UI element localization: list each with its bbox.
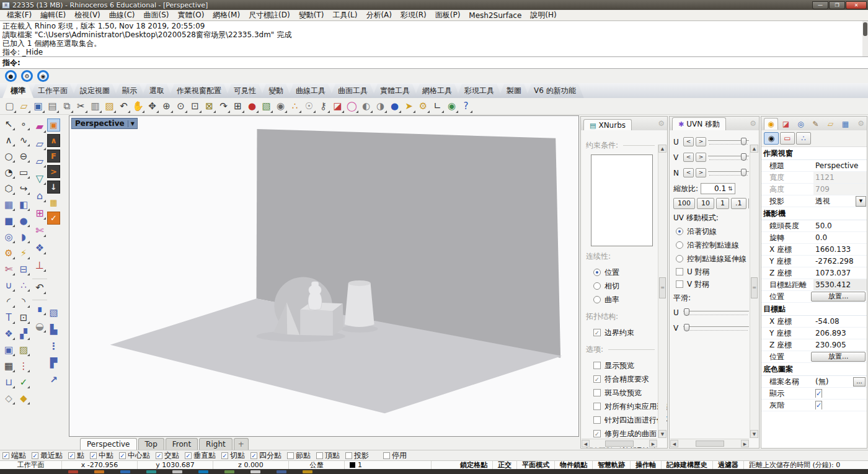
zoom-dynamic-icon[interactable]: ⊙: [174, 99, 188, 114]
camera-x-value[interactable]: 1660.133: [813, 245, 867, 254]
single-point-icon[interactable]: ∘: [16, 116, 31, 132]
scale-preset-button[interactable]: .1: [731, 198, 746, 209]
axis-slider[interactable]: [708, 138, 749, 146]
offset-icon[interactable]: ⊔: [1, 374, 16, 390]
bucket-icon[interactable]: ▽: [32, 169, 47, 187]
axis-slider[interactable]: [708, 169, 749, 177]
taskbar-app-icon[interactable]: [277, 470, 286, 473]
render-plugin-icon-2[interactable]: ⚙: [21, 70, 33, 82]
tab-render-tools[interactable]: 彩現工具: [456, 84, 502, 98]
scale-arrow-icon[interactable]: ↗: [47, 373, 60, 386]
taskbar-app-icon[interactable]: [198, 470, 208, 473]
point-group-icon[interactable]: ∴: [288, 99, 302, 114]
wallpaper-button[interactable]: ▭: [780, 132, 795, 145]
wallpaper-filename-value[interactable]: (無): [813, 377, 853, 387]
xnurbs-shield-icon[interactable]: ▣: [47, 118, 60, 132]
rendered-view-icon[interactable]: ●: [388, 99, 402, 114]
continuity-radio[interactable]: 位置: [586, 266, 655, 279]
uv-mode-radio[interactable]: 控制點連線延伸線: [673, 252, 749, 266]
osnap-checkbox[interactable]: 中心點: [119, 450, 150, 461]
revolve-icon[interactable]: ◗: [16, 229, 31, 245]
gear-icon[interactable]: ⚙: [857, 119, 864, 128]
hull-icon[interactable]: ◇: [1, 390, 16, 406]
osnap-checkbox[interactable]: 投影: [345, 450, 369, 461]
uvn-horizontal-scrollbar[interactable]: ◀▶: [670, 439, 749, 447]
menu-item[interactable]: 檔案(F): [2, 10, 36, 20]
chamfer-icon[interactable]: ◝: [16, 293, 31, 310]
edit-points-icon[interactable]: ⊡: [16, 310, 31, 326]
menu-item[interactable]: 分析(A): [361, 10, 396, 20]
layer-pane[interactable]: 1: [345, 461, 432, 469]
palette-checker-icon[interactable]: ▦: [47, 196, 60, 209]
grayscale-checkbox[interactable]: [815, 401, 822, 409]
viewport-tab-perspective[interactable]: Perspective: [80, 438, 137, 450]
copy-icon[interactable]: ▥: [88, 99, 102, 114]
arc-icon[interactable]: ◔: [1, 164, 16, 181]
zoom-selected-icon[interactable]: ⊠: [202, 99, 216, 114]
menu-item[interactable]: 工具(L): [328, 10, 361, 20]
point-cloud-icon[interactable]: ∴: [16, 277, 31, 293]
camera-button[interactable]: ◉: [764, 132, 779, 145]
scale-preset-button[interactable]: 10: [697, 198, 714, 209]
menu-item[interactable]: 曲線(C): [105, 10, 140, 20]
rotate-view-icon[interactable]: ✥: [145, 99, 159, 114]
osnap-checkbox[interactable]: 最近點: [32, 450, 63, 461]
rectangle-icon[interactable]: ▭: [16, 164, 31, 181]
projection-dropdown-button[interactable]: ▼: [856, 196, 866, 207]
xnurbs-panel-tab[interactable]: ▤ XNurbs: [583, 119, 632, 130]
target-y-value[interactable]: 206.893: [813, 329, 867, 338]
render-plugin-icon-1[interactable]: ●: [5, 70, 17, 82]
tab-select[interactable]: 選取: [141, 84, 172, 98]
rotation-value[interactable]: 0.0: [813, 233, 867, 242]
osnap-checkbox[interactable]: 交點: [156, 450, 179, 461]
tab-standard[interactable]: 標準: [2, 84, 33, 98]
gumball-toggle[interactable]: 操作軸: [631, 461, 662, 469]
perspective-viewport[interactable]: Perspective ▼: [69, 115, 579, 437]
option-checkbox[interactable]: 对所有约束应用连续性: [586, 400, 655, 413]
target-z-value[interactable]: 230.905: [813, 341, 867, 349]
camera-z-value[interactable]: 1073.037: [813, 269, 867, 277]
trim-icon[interactable]: ✄: [1, 261, 16, 277]
tab-curve-tools[interactable]: 曲線工具: [288, 84, 334, 98]
tab-mesh-tools[interactable]: 網格工具: [414, 84, 460, 98]
tab-cplane[interactable]: 工作平面: [30, 84, 76, 98]
menu-item[interactable]: Mesh2Surface: [464, 11, 526, 20]
array-icon[interactable]: ▦: [1, 358, 16, 374]
axis-slider[interactable]: [708, 153, 749, 162]
split-icon[interactable]: ⊟: [16, 261, 31, 277]
option-checkbox[interactable]: 针对四边面进行优化: [586, 413, 655, 427]
tab-visibility[interactable]: 可見性: [226, 84, 264, 98]
step-right-button[interactable]: >: [696, 137, 706, 146]
cplane-pane[interactable]: 工作平面: [0, 461, 62, 469]
select-cursor-icon[interactable]: ↖: [1, 116, 16, 132]
symmetry-checkbox[interactable]: U 對稱: [673, 266, 749, 278]
browse-file-button[interactable]: ...: [853, 377, 866, 387]
viewport-layout-icon[interactable]: ⊞: [231, 99, 245, 114]
new-file-icon[interactable]: ▢: [2, 99, 17, 114]
option-checkbox[interactable]: 符合精度要求: [586, 372, 655, 386]
topology-checkbox[interactable]: 边界约束: [586, 326, 655, 339]
export-icon[interactable]: ⧉: [60, 99, 74, 114]
page-flip-icon[interactable]: ▰: [32, 117, 47, 135]
option-checkbox[interactable]: 显示预览: [586, 359, 655, 372]
cplane-b-icon[interactable]: ▱: [32, 152, 47, 169]
osnap-checkbox[interactable]: 端點: [2, 450, 26, 461]
ortho-toggle[interactable]: 正交: [493, 461, 517, 469]
place-camera-button[interactable]: 放置...: [811, 292, 866, 302]
constraints-listbox[interactable]: [591, 154, 653, 246]
xnurbs-horizontal-scrollbar[interactable]: ◀▶: [582, 439, 657, 447]
notify-cursor-icon[interactable]: ➤: [402, 99, 416, 114]
undo-icon[interactable]: ↶: [117, 99, 131, 114]
place-target-button[interactable]: 放置...: [811, 352, 866, 362]
spinner-icon[interactable]: ⇅: [728, 186, 733, 192]
taskbar-app-icon[interactable]: [172, 470, 182, 473]
scale-preset-button[interactable]: 100: [673, 198, 695, 209]
palette-f-icon[interactable]: F: [47, 150, 60, 163]
osnap-checkbox[interactable]: 中點: [90, 450, 113, 461]
step-left-button[interactable]: <: [683, 137, 694, 146]
dots-vertical-icon[interactable]: ⋮: [47, 339, 60, 352]
box-icon[interactable]: ■: [1, 213, 16, 229]
lamp-icon[interactable]: ☉: [302, 99, 316, 114]
pan-icon[interactable]: ✋: [131, 99, 145, 114]
taskbar-app-icon[interactable]: [303, 470, 312, 473]
